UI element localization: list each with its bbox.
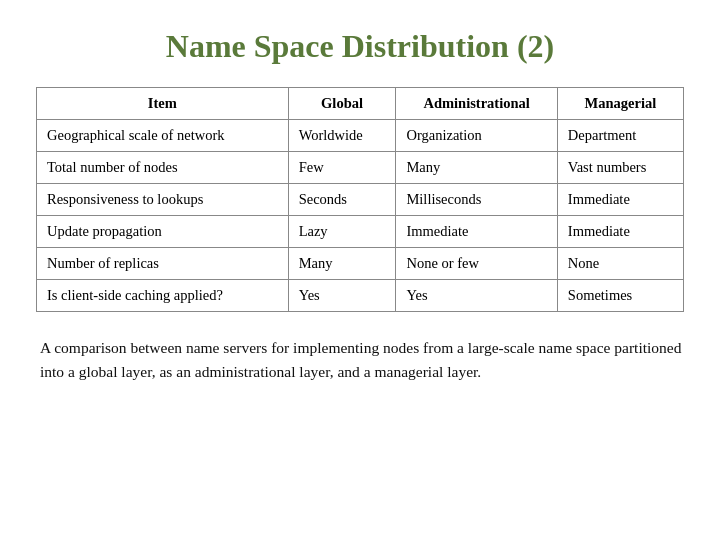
table-row: Is client-side caching applied?YesYesSom…	[37, 280, 684, 312]
cell-r3-c0: Update propagation	[37, 216, 289, 248]
col-header-1: Global	[288, 88, 396, 120]
distribution-table: ItemGlobalAdministrationalManagerial Geo…	[36, 87, 684, 312]
table-row: Geographical scale of networkWorldwideOr…	[37, 120, 684, 152]
cell-r4-c3: None	[557, 248, 683, 280]
col-header-3: Managerial	[557, 88, 683, 120]
cell-r3-c1: Lazy	[288, 216, 396, 248]
table-header: ItemGlobalAdministrationalManagerial	[37, 88, 684, 120]
cell-r2-c3: Immediate	[557, 184, 683, 216]
cell-r1-c3: Vast numbers	[557, 152, 683, 184]
table-row: Number of replicasManyNone or fewNone	[37, 248, 684, 280]
caption-text: A comparison between name servers for im…	[36, 336, 684, 384]
cell-r0-c0: Geographical scale of network	[37, 120, 289, 152]
table-row: Responsiveness to lookupsSecondsMillisec…	[37, 184, 684, 216]
page-title: Name Space Distribution (2)	[166, 28, 554, 65]
col-header-2: Administrational	[396, 88, 557, 120]
cell-r0-c2: Organization	[396, 120, 557, 152]
table: ItemGlobalAdministrationalManagerial Geo…	[36, 87, 684, 312]
cell-r4-c0: Number of replicas	[37, 248, 289, 280]
cell-r5-c1: Yes	[288, 280, 396, 312]
cell-r1-c0: Total number of nodes	[37, 152, 289, 184]
col-header-0: Item	[37, 88, 289, 120]
cell-r5-c2: Yes	[396, 280, 557, 312]
cell-r0-c1: Worldwide	[288, 120, 396, 152]
cell-r2-c0: Responsiveness to lookups	[37, 184, 289, 216]
cell-r3-c3: Immediate	[557, 216, 683, 248]
cell-r5-c0: Is client-side caching applied?	[37, 280, 289, 312]
cell-r1-c1: Few	[288, 152, 396, 184]
table-body: Geographical scale of networkWorldwideOr…	[37, 120, 684, 312]
header-row: ItemGlobalAdministrationalManagerial	[37, 88, 684, 120]
cell-r2-c1: Seconds	[288, 184, 396, 216]
cell-r4-c1: Many	[288, 248, 396, 280]
table-row: Update propagationLazyImmediateImmediate	[37, 216, 684, 248]
table-row: Total number of nodesFewManyVast numbers	[37, 152, 684, 184]
cell-r0-c3: Department	[557, 120, 683, 152]
cell-r5-c3: Sometimes	[557, 280, 683, 312]
cell-r1-c2: Many	[396, 152, 557, 184]
cell-r4-c2: None or few	[396, 248, 557, 280]
cell-r2-c2: Milliseconds	[396, 184, 557, 216]
cell-r3-c2: Immediate	[396, 216, 557, 248]
